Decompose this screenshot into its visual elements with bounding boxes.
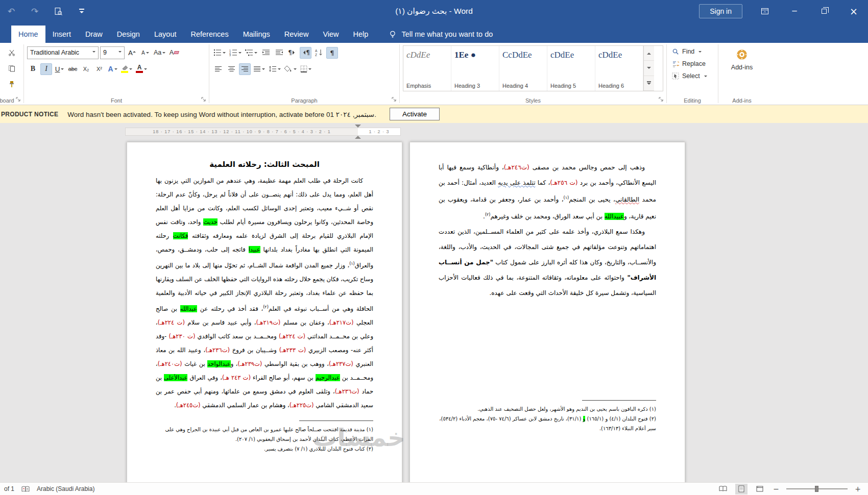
zoom-in-button[interactable]: + (854, 485, 862, 493)
ltr-direction-icon[interactable]: ¶ (286, 47, 298, 59)
show-paragraph-marks-icon[interactable]: ¶ (326, 47, 338, 59)
style-emphasis[interactable]: cDdEe Emphasis (403, 46, 451, 91)
tab-view[interactable]: View (316, 26, 346, 43)
grow-font-button[interactable]: A (126, 47, 138, 59)
zoom-out-button[interactable]: − (772, 485, 780, 493)
print-preview-icon[interactable] (52, 5, 64, 17)
tab-help[interactable]: Help (346, 26, 376, 43)
style-heading-3[interactable]: 1Ee ● Heading 3 (451, 46, 499, 91)
bold-button[interactable]: B (27, 63, 39, 75)
tab-mailings[interactable]: Mailings (236, 26, 277, 43)
tab-draw[interactable]: Draw (78, 26, 110, 43)
footnote: (١) ذكره الباقون باسم يحيى بن النديم وهو… (439, 404, 656, 414)
superscript-button[interactable]: X² (93, 63, 105, 75)
sign-in-button[interactable]: Sign in (699, 4, 742, 18)
tell-me-box[interactable]: Tell me what you want to do (389, 26, 493, 43)
read-mode-icon[interactable] (717, 484, 729, 494)
gallery-scroll-up-icon[interactable] (644, 46, 654, 61)
format-painter-icon[interactable] (6, 78, 18, 90)
paragraph-dialog-launcher-icon[interactable] (392, 97, 398, 103)
subscript-button[interactable]: X₂ (80, 63, 92, 75)
print-layout-icon[interactable] (735, 484, 748, 494)
proofing-errors-icon[interactable] (21, 486, 30, 492)
style-heading-6[interactable]: cDdEe Heading 6 (595, 46, 643, 91)
justify-icon[interactable] (252, 63, 266, 75)
section-heading: المبحث الثالث: رحلاته العلمية (156, 160, 373, 169)
italic-button[interactable]: I (40, 63, 52, 75)
ruler-numbers-margin: 1 · 2 · 3 (358, 128, 400, 135)
strikethrough-button[interactable]: abc (67, 63, 79, 75)
restore-button[interactable] (817, 4, 831, 18)
page-count-indicator[interactable]: of 1 (4, 485, 14, 492)
web-layout-icon[interactable] (754, 484, 766, 494)
editing-group-label: Editing (667, 97, 718, 104)
language-indicator[interactable]: Arabic (Saudi Arabia) (37, 485, 94, 492)
zoom-slider[interactable] (786, 488, 848, 489)
gallery-scroll-down-icon[interactable] (644, 61, 654, 76)
tab-references[interactable]: References (183, 26, 235, 43)
lightbulb-icon (389, 30, 397, 38)
close-button[interactable]: × (847, 4, 861, 18)
customize-quick-access-icon[interactable] (76, 5, 88, 17)
decrease-indent-icon[interactable] (260, 47, 272, 59)
find-icon (672, 48, 679, 55)
replace-button[interactable]: Replace (670, 58, 715, 70)
highlight-color-button[interactable] (120, 63, 133, 75)
addins-button[interactable]: Add-ins (721, 45, 762, 74)
activate-button[interactable]: Activate (390, 108, 440, 120)
gallery-more-icon[interactable] (644, 76, 654, 91)
first-line-indent-marker[interactable] (355, 125, 361, 131)
font-size-combo[interactable]: 9 (100, 46, 125, 59)
increase-indent-icon[interactable] (273, 47, 285, 59)
style-heading-4[interactable]: CcDdEe Heading 4 (499, 46, 547, 91)
font-color-button[interactable]: A (135, 63, 148, 75)
document-page-1[interactable]: وذهب إلى حمص وجالس محمد بن مصفى (ت٢٤٦هـ)… (409, 142, 685, 482)
change-case-button[interactable]: Aa (153, 47, 166, 59)
find-button[interactable]: Find (670, 45, 715, 58)
shading-icon[interactable] (283, 63, 298, 75)
tab-home[interactable]: Home (11, 26, 45, 43)
style-label: Heading 5 (550, 83, 592, 89)
numbering-icon[interactable]: 123 (228, 47, 243, 59)
sort-icon[interactable]: AZ (313, 47, 325, 59)
styles-dialog-launcher-icon[interactable] (659, 97, 665, 103)
tab-review[interactable]: Review (277, 26, 316, 43)
ruler-numbers-outside: 18 · 17 · 16 · 15 · 14 · 13 · 12 · 11 · … (126, 128, 358, 135)
cut-icon[interactable] (6, 46, 18, 58)
quick-access-toolbar: ↶ ↷ (5, 0, 88, 22)
clear-formatting-button[interactable]: A (168, 47, 180, 59)
multilevel-list-icon[interactable] (244, 47, 258, 59)
bullets-icon[interactable] (212, 47, 227, 59)
borders-icon[interactable] (299, 63, 312, 75)
paragraph-text[interactable]: كانت الرحلة في طلب العلم مهمة عظيمة، وهي… (156, 174, 373, 412)
ribbon-display-options-icon[interactable] (758, 4, 772, 18)
undo-icon[interactable]: ↶ (5, 5, 17, 17)
font-group-label: Font (24, 97, 209, 104)
tab-design[interactable]: Design (110, 26, 147, 43)
replace-label: Replace (682, 60, 706, 67)
shrink-font-button[interactable]: A (139, 47, 151, 59)
underline-button[interactable]: U (54, 63, 65, 75)
copy-icon[interactable] (6, 62, 18, 74)
text-effects-button[interactable]: A (107, 63, 118, 75)
style-heading-5[interactable]: cDdEe Heading 5 (547, 46, 595, 91)
align-right-icon[interactable] (239, 63, 251, 75)
line-spacing-icon[interactable] (268, 63, 282, 75)
clipboard-dialog-launcher-icon[interactable] (16, 97, 22, 103)
tab-layout[interactable]: Layout (147, 26, 184, 43)
hanging-indent-marker[interactable] (355, 133, 361, 139)
horizontal-ruler[interactable]: 18 · 17 · 16 · 15 · 14 · 13 · 12 · 11 · … (125, 128, 401, 136)
paragraph-text[interactable]: وذهب إلى حمص وجالس محمد بن مصفى (ت٢٤٦هـ)… (439, 160, 656, 224)
redo-icon[interactable]: ↷ (29, 5, 41, 17)
rtl-direction-icon[interactable]: ¶ (300, 47, 311, 59)
align-left-icon[interactable] (212, 63, 224, 75)
font-name-combo[interactable]: Traditional Arabic (27, 46, 99, 59)
align-center-icon[interactable] (226, 63, 237, 75)
font-dialog-launcher-icon[interactable] (201, 97, 207, 103)
status-bar: of 1 Arabic (Saudi Arabia) − + (0, 482, 868, 495)
minimize-button[interactable]: ─ (787, 4, 802, 18)
paragraph-text[interactable]: وهكذا سمع البلاذري، وأخذ علمه على كثير م… (439, 224, 656, 301)
zoom-slider-thumb[interactable] (815, 486, 818, 492)
tab-insert[interactable]: Insert (45, 26, 78, 43)
select-button[interactable]: Select (670, 70, 715, 82)
